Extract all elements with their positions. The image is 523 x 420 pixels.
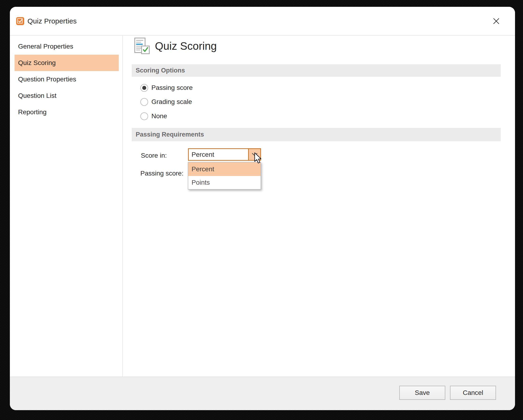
sidebar-item-reporting[interactable]: Reporting [15, 104, 119, 120]
section-header-label: Scoring Options [132, 67, 185, 74]
dialog-body: General Properties Quiz Scoring Question… [10, 36, 515, 377]
sidebar-item-quiz-scoring[interactable]: Quiz Scoring [15, 55, 119, 71]
score-in-dropdown[interactable]: Percent [188, 148, 261, 161]
cancel-button[interactable]: Cancel [450, 386, 496, 400]
sidebar-item-question-properties[interactable]: Question Properties [15, 71, 119, 88]
quiz-properties-app-icon [16, 17, 24, 25]
radio-label: Grading scale [151, 98, 192, 105]
radio-label: None [151, 112, 167, 120]
radio-circle [140, 84, 148, 92]
radio-label: Passing score [151, 84, 193, 91]
checkbox-check-icon [17, 18, 23, 24]
passing-score-label: Passing score: [140, 170, 184, 177]
radio-circle [140, 112, 148, 120]
page-title: Quiz Scoring [155, 40, 217, 52]
sidebar: General Properties Quiz Scoring Question… [10, 36, 123, 377]
score-in-dropdown-value: Percent [189, 149, 248, 160]
page-header: Quiz Scoring [134, 38, 217, 54]
footer-bar: Save Cancel [10, 377, 515, 410]
radio-passing-score[interactable]: Passing score [140, 81, 193, 95]
section-header-scoring-options: Scoring Options [132, 64, 501, 77]
close-button[interactable] [491, 16, 501, 26]
radio-none[interactable]: None [140, 109, 167, 123]
section-header-passing-requirements: Passing Requirements [132, 128, 501, 141]
sidebar-item-general-properties[interactable]: General Properties [15, 38, 119, 55]
dropdown-option-points[interactable]: Points [188, 176, 261, 189]
sidebar-item-question-list[interactable]: Question List [15, 88, 119, 104]
main-content: Quiz Scoring Scoring Options Passing sco… [123, 36, 515, 377]
section-header-label: Passing Requirements [132, 131, 204, 138]
score-in-label: Score in: [141, 152, 167, 159]
quiz-scoring-icon [134, 38, 150, 54]
mouse-cursor [254, 153, 262, 165]
score-in-dropdown-list: Percent Points [188, 162, 261, 190]
quiz-properties-dialog: Quiz Properties General Properties Quiz … [10, 7, 515, 410]
radio-grading-scale[interactable]: Grading scale [140, 95, 192, 109]
dropdown-option-percent[interactable]: Percent [188, 162, 261, 176]
save-button[interactable]: Save [399, 386, 445, 400]
window-title: Quiz Properties [27, 17, 77, 25]
close-icon [492, 17, 500, 25]
radio-circle [140, 98, 148, 106]
title-bar: Quiz Properties [10, 7, 515, 36]
